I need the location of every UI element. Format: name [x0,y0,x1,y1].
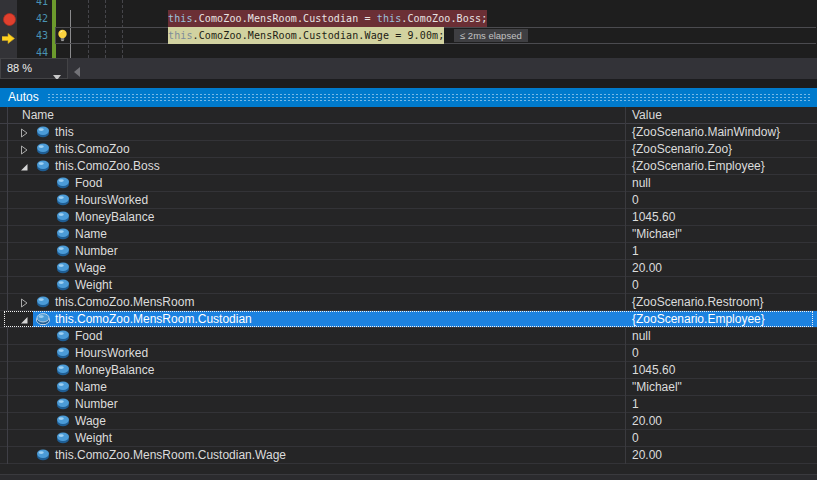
field-icon [56,211,70,223]
code-line[interactable]: this.ComoZoo.MensRoom.Custodian = this.C… [168,10,487,27]
variable-name: Name [75,226,107,242]
field-icon [56,432,70,444]
variable-name: HoursWorked [75,192,148,208]
variable-name: this [55,124,74,140]
variable-name: this.ComoZoo.MensRoom.Custodian.Wage [55,447,286,463]
code-editor[interactable]: 4142this.ComoZoo.MensRoom.Custodian = th… [0,0,817,58]
variable-row[interactable]: Wage20.00 [0,413,817,430]
variable-name: Number [75,396,118,412]
field-icon [56,330,70,342]
current-statement-arrow-icon [2,30,15,48]
variable-value: 0 [632,277,639,293]
variable-name: Weight [75,430,112,446]
field-icon [36,143,50,155]
variable-value: 1045.60 [632,362,675,378]
expand-arrow-icon[interactable] [20,297,30,308]
field-icon [36,296,50,308]
field-icon [36,126,50,138]
variable-name: this.ComoZoo.Boss [55,158,160,174]
code-token: this [168,30,193,41]
variable-value: 1045.60 [632,209,675,225]
variable-value: {ZooScenario.Zoo} [632,141,732,157]
variable-value: "Michael" [632,226,682,242]
column-header-name[interactable]: Name [22,107,54,123]
code-token: .ComoZoo.Boss; [401,13,487,24]
autos-panel-header[interactable]: Autos [0,88,817,107]
field-icon [36,160,50,172]
variable-name: Name [75,379,107,395]
variable-value: 20.00 [632,413,662,429]
zoom-level-select[interactable]: 88 % [0,58,68,79]
variable-name: Wage [75,413,106,429]
variable-value: 0 [632,192,639,208]
code-token: .ComoZoo.MensRoom.Custodian.Wage = 9.00m… [193,30,445,41]
variable-row[interactable]: HoursWorked0 [0,192,817,209]
variable-row[interactable]: Foodnull [0,175,817,192]
lightbulb-icon[interactable] [57,29,68,47]
variable-value: 0 [632,430,639,446]
variable-row[interactable]: this.ComoZoo.MensRoom.Custodian.Wage20.0… [0,447,817,464]
grid-column-headers: Name Value [0,107,817,124]
variable-row[interactable]: this.ComoZoo.MensRoom.Custodian{ZooScena… [0,311,817,328]
focus-outline [4,311,813,327]
window-splitter[interactable] [0,79,817,88]
variable-value: 20.00 [632,260,662,276]
variable-name: MoneyBalance [75,362,154,378]
variable-value: {ZooScenario.Restroom} [632,294,763,310]
variable-row[interactable]: this.ComoZoo{ZooScenario.Zoo} [0,141,817,158]
variable-row[interactable]: Wage20.00 [0,260,817,277]
variable-name: HoursWorked [75,345,148,361]
column-divider[interactable] [625,107,626,464]
vs-debugger-window: 4142this.ComoZoo.MensRoom.Custodian = th… [0,0,817,480]
field-icon [56,381,70,393]
panel-title: Autos [8,88,39,107]
field-icon [56,347,70,359]
variable-row[interactable]: MoneyBalance1045.60 [0,209,817,226]
collapse-arrow-icon[interactable] [20,161,30,172]
column-header-value[interactable]: Value [632,107,662,123]
variable-row[interactable]: Name"Michael" [0,226,817,243]
variable-row[interactable]: Number1 [0,243,817,260]
variable-row[interactable]: Weight0 [0,430,817,447]
variable-name: this.ComoZoo [55,141,130,157]
field-icon [56,279,70,291]
variable-row[interactable]: this{ZooScenario.MainWindow} [0,124,817,141]
field-icon [56,415,70,427]
horizontal-scrollbar[interactable]: 88 % [0,58,817,79]
variable-row[interactable]: Foodnull [0,328,817,345]
variable-value: "Michael" [632,379,682,395]
variable-name: MoneyBalance [75,209,154,225]
field-icon [56,228,70,240]
variable-name: Food [75,328,102,344]
expand-arrow-icon[interactable] [20,127,30,138]
line-number: 43 [18,27,48,44]
variable-value: 20.00 [632,447,662,463]
field-icon [36,449,50,461]
expand-arrow-icon[interactable] [20,144,30,155]
variable-row[interactable]: Weight0 [0,277,817,294]
variable-name: Wage [75,260,106,276]
variable-row[interactable]: Number1 [0,396,817,413]
variable-row[interactable]: MoneyBalance1045.60 [0,362,817,379]
variable-value: {ZooScenario.MainWindow} [632,124,780,140]
grid-left-edge [7,107,8,464]
variable-name: this.ComoZoo.MensRoom [55,294,194,310]
variable-row[interactable]: this.ComoZoo.Boss{ZooScenario.Employee} [0,158,817,175]
code-line[interactable]: this.ComoZoo.MensRoom.Custodian.Wage = 9… [168,27,444,44]
breakpoint-icon[interactable] [3,12,16,30]
code-token: this [377,13,402,24]
field-icon [56,398,70,410]
field-icon [56,245,70,257]
variable-row[interactable]: Name"Michael" [0,379,817,396]
variable-row[interactable]: HoursWorked0 [0,345,817,362]
zoom-level-value: 88 % [7,62,32,74]
variable-name: Weight [75,277,112,293]
code-token: .ComoZoo.MensRoom.Custodian = [193,13,377,24]
perf-tip-badge[interactable]: ≤ 2ms elapsed [454,29,528,42]
panel-bottom-strip [0,474,817,480]
variable-name: Number [75,243,118,259]
variable-value: null [632,175,651,191]
code-token: this [168,13,193,24]
line-number: 41 [18,0,48,10]
variable-row[interactable]: this.ComoZoo.MensRoom{ZooScenario.Restro… [0,294,817,311]
